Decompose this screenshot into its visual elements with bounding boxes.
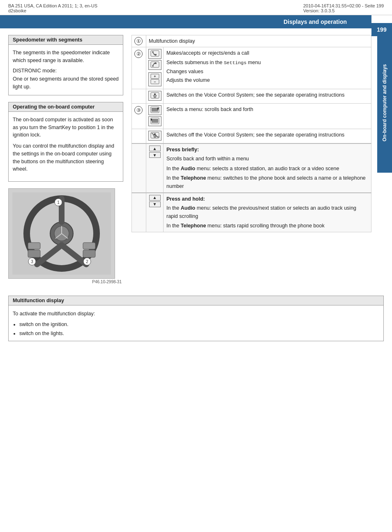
phone-icon-box [148,49,161,59]
arrow-up2-icon: ▲ [153,195,157,200]
table-row: off Switches off the Voice Control Syste… [132,129,371,144]
row2-desc4: Adjusts the volume [166,76,368,84]
press-hold-label: Press and hold: [166,195,368,203]
table-row: ① Multifunction display [132,35,371,47]
svg-text:+: + [154,74,156,79]
mic-off-icon: off [150,132,159,139]
steering-wheel-svg: 1 3 2 [12,192,111,275]
row3-desc1: Switches on the Voice Control System; se… [166,91,368,99]
speedometer-section: Speedometer with segments The segments i… [8,35,123,95]
row5-desc1: Switches off the Voice Control System; s… [166,131,368,139]
svg-rect-11 [28,243,40,249]
table-row: ② [132,47,371,89]
circle-num-3a: ③ [134,106,143,114]
svg-rect-12 [83,250,95,257]
svg-rect-31 [152,108,158,109]
phone-reject-icon [150,61,159,68]
list-item: switch on the lights. [19,329,379,338]
svg-rect-34 [157,108,159,109]
header-left: BA 251 USA, CA Edition A 2011; 1; 3, en-… [8,3,97,13]
onboard-title: Operating the on-board computer [9,102,123,112]
left-column: Speedometer with segments The segments i… [8,35,123,285]
press-briefly-label: Press briefly: [166,146,368,154]
image-caption: P46.10-2998-31 [8,279,123,285]
row4-desc1: Selects a menu: scrolls back and forth [166,106,368,113]
svg-rect-37 [152,120,158,121]
mic-icon-box [148,91,161,101]
multifunction-section: Multifunction display To activate the mu… [8,296,384,341]
header-right-line1: 2010-04-16T14:31:55+02:00 - Seite 199 [303,3,384,8]
press-briefly-desc1: Scrolls back and forth within a menu [166,155,368,163]
plus-minus-icon-box: + − [148,72,161,86]
svg-text:off: off [157,135,159,138]
list-item: switch on the ignition. [19,320,379,328]
header-right: 2010-04-16T14:31:55+02:00 - Seite 199 Ve… [303,3,384,13]
speedometer-para1: The segments in the speedometer indicate… [13,49,119,65]
multifunction-intro: To activate the multifunction display: [13,310,379,318]
svg-text:1: 1 [57,200,60,205]
arrow-down-icon-box: ▼ [149,152,161,158]
table-row-press-hold: ▲ ▼ Press and hold: In the Audio menu: s… [132,193,371,232]
onboard-section: Operating the on-board computer The on-b… [8,102,123,182]
row2-desc2: Selects submenus in the Settings menu [166,59,368,67]
mic-icon [150,92,159,99]
section-title-bar: Displays and operation [0,15,371,28]
svg-rect-38 [152,122,158,123]
header-left-line2: d2sboike [8,8,97,13]
header-left-line1: BA 251 USA, CA Edition A 2011; 1; 3, en-… [8,3,97,8]
header-right-line2: Version: 3.0.3.5 [303,8,384,13]
section-title: Displays and operation [284,19,347,25]
side-label: On-board computer and displays [377,33,392,173]
steering-wheel-container: 1 3 2 P46.10-2998-31 [8,188,123,285]
arrow-up-icon-box: ▲ [149,146,161,151]
page-header: BA 251 USA, CA Edition A 2011; 1; 3, en-… [0,0,392,15]
row1-description: Multifunction display [149,38,195,44]
svg-rect-13 [83,243,95,249]
speedometer-para2: DISTRONIC mode: [13,67,119,75]
table-row-press-briefly: ▲ ▼ Press briefly: Scrolls back and fort… [132,143,371,193]
arrow-up2-icon-box: ▲ [149,195,161,201]
right-column: ① Multifunction display ② [131,35,371,285]
onboard-para1: The on-board computer is activated as so… [13,116,119,139]
svg-rect-33 [152,111,158,111]
svg-text:−: − [154,80,156,84]
svg-rect-20 [151,51,159,56]
phone-reject-icon-box [148,60,161,70]
row2-desc1: Makes/accepts or rejects/ends a call [166,49,368,57]
phone-icon [150,50,159,57]
multifunction-title: Multifunction display [9,296,383,305]
multifunction-content: To activate the multifunction display: s… [9,305,383,341]
circle-num-1: ① [134,37,143,45]
arrow-up-icon: ▲ [153,146,157,151]
onboard-content: The on-board computer is activated as so… [9,112,123,181]
menu-scroll-icon1 [150,106,159,113]
speedometer-title: Speedometer with segments [9,35,123,45]
arrow-down-icon: ▼ [153,153,157,157]
svg-text:2: 2 [86,259,88,264]
menu-scroll-icon-box2 [148,116,161,126]
table-row: ③ [132,104,371,129]
svg-rect-32 [152,109,158,110]
press-hold-desc2: In the Telephone menu: starts rapid scro… [166,222,368,230]
svg-rect-36 [152,119,158,120]
table-row: Switches on the Voice Control System; se… [132,89,371,104]
svg-text:3: 3 [31,259,33,264]
arrow-down2-icon-box: ▼ [149,201,161,207]
menu-scroll-icon-box1 [148,105,161,115]
circle-num-2a: ② [134,50,143,58]
main-content: Speedometer with segments The segments i… [0,28,392,291]
press-briefly-desc3: In the Telephone menu: switches to the p… [166,174,368,190]
plus-minus-icon: + − [150,74,159,84]
multifunction-bullets: switch on the ignition. switch on the li… [19,320,379,338]
svg-rect-21 [151,62,159,67]
speedometer-para3: One or two segments around the stored sp… [13,75,119,91]
menu-scroll-icon2 [150,118,159,124]
row2-desc3: Changes values [166,68,368,76]
steering-wheel-image: 1 3 2 [8,188,115,279]
bottom-section: Multifunction display To activate the mu… [0,296,392,354]
speedometer-content: The segments in the speedometer indicate… [9,45,123,95]
svg-rect-10 [28,250,40,257]
mic-off-icon-box: off [148,131,161,141]
svg-rect-39 [151,119,152,120]
svg-rect-27 [154,93,156,96]
